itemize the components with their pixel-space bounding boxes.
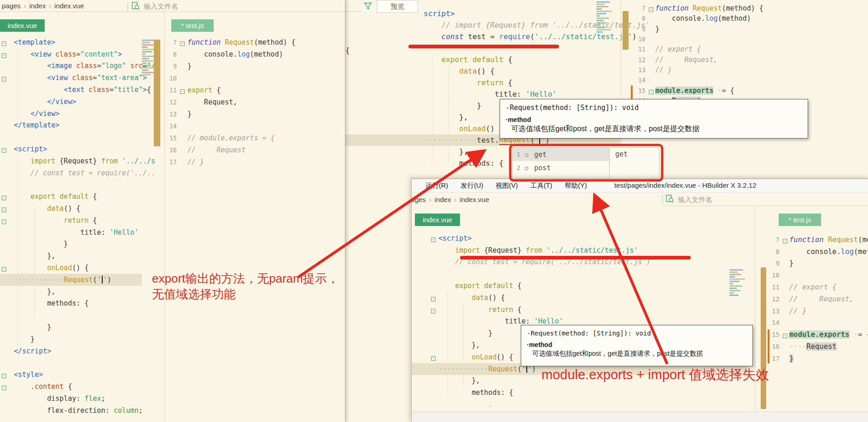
- code-line[interactable]: 9}: [635, 24, 868, 34]
- code-line[interactable]: 8 console.log(method): [635, 13, 868, 23]
- scrollbar-thumb[interactable]: [761, 267, 766, 409]
- fold-icon[interactable]: [2, 38, 14, 46]
- code-line[interactable]: <script>: [412, 232, 747, 244]
- code-line[interactable]: .: [412, 399, 747, 410]
- breadcrumb-item[interactable]: pages: [2, 2, 21, 10]
- code-line[interactable]: 17}: [769, 353, 868, 364]
- code-line[interactable]: return {: [344, 77, 620, 88]
- breadcrumb-item[interactable]: index: [435, 196, 451, 203]
- code-line[interactable]: 13}: [165, 108, 345, 120]
- fold-icon[interactable]: [2, 216, 14, 225]
- fold-icon[interactable]: [2, 50, 14, 58]
- code-line[interactable]: 15module.exports ·= {: [635, 85, 868, 95]
- code-line[interactable]: <style>: [0, 369, 142, 381]
- code-line[interactable]: 11// export {: [635, 44, 868, 54]
- breadcrumb-item[interactable]: index.vue: [54, 2, 84, 10]
- breadcrumb-item[interactable]: index: [29, 2, 46, 10]
- code-line[interactable]: onLoad() {: [0, 262, 142, 274]
- breadcrumb[interactable]: pages›index›index.vue: [2, 2, 84, 10]
- fold-icon[interactable]: [2, 192, 14, 201]
- code-line[interactable]: </template>: [0, 120, 142, 132]
- code-line[interactable]: },: [412, 375, 747, 387]
- code-line[interactable]: <text class="title">{: [0, 84, 142, 96]
- fold-icon[interactable]: [783, 236, 789, 244]
- code-line[interactable]: 9}: [769, 258, 868, 270]
- code-line[interactable]: [0, 357, 142, 369]
- code-line[interactable]: 10: [165, 72, 345, 84]
- fold-icon[interactable]: [180, 38, 187, 46]
- fold-icon[interactable]: [2, 145, 14, 153]
- code-line[interactable]: [0, 131, 142, 143]
- code-line[interactable]: 8 console.log(method): [165, 48, 345, 60]
- fold-icon[interactable]: [2, 204, 14, 213]
- code-line[interactable]: 13// }: [769, 305, 868, 317]
- breadcrumb-item[interactable]: pages: [411, 196, 426, 203]
- fold-icon[interactable]: [2, 74, 14, 82]
- code-line[interactable]: 10: [635, 34, 868, 44]
- code-line[interactable]: 11export {: [165, 84, 345, 96]
- code-line[interactable]: 7function Request(method) {: [769, 234, 868, 246]
- code-line[interactable]: }: [0, 333, 142, 345]
- code-line[interactable]: import {Request} from '../../s: [0, 155, 142, 167]
- code-line[interactable]: 14: [769, 317, 868, 329]
- search-input[interactable]: 输入文件名: [678, 196, 712, 204]
- code-line[interactable]: 7function Request(method) {: [165, 36, 345, 48]
- code-line[interactable]: 9}: [165, 60, 345, 72]
- code-line[interactable]: 12// Request,: [769, 293, 868, 305]
- code-line[interactable]: // const test = require('../..: [0, 167, 142, 179]
- code-line[interactable]: }: [0, 321, 142, 333]
- code-line[interactable]: 12// Request,: [635, 54, 868, 64]
- tab-test-js[interactable]: * test.js: [779, 214, 821, 226]
- code-line[interactable]: [412, 268, 747, 280]
- code-line[interactable]: data() {: [412, 292, 747, 304]
- menu-publish[interactable]: 发行(U): [460, 181, 483, 190]
- code-line[interactable]: .content {: [0, 381, 142, 393]
- code-line[interactable]: <view class="content">: [0, 48, 142, 60]
- code-editor-index-vue[interactable]: <script> import {Request} from '../../st…: [412, 232, 747, 410]
- fold-icon[interactable]: [431, 353, 438, 361]
- code-line[interactable]: 8 console.log(method): [769, 246, 868, 258]
- code-line[interactable]: },: [0, 250, 142, 262]
- breadcrumb[interactable]: pages›index›index.vue: [411, 196, 489, 203]
- code-line[interactable]: 14: [165, 120, 345, 132]
- code-line[interactable]: <view class="text-area">: [0, 72, 142, 84]
- fold-icon[interactable]: [431, 234, 438, 243]
- code-line[interactable]: export default {: [344, 54, 620, 65]
- code-line[interactable]: title: 'Hello': [344, 88, 620, 100]
- fold-icon[interactable]: [431, 294, 438, 302]
- code-line[interactable]: 17// }: [165, 156, 345, 168]
- code-line[interactable]: [344, 42, 620, 54]
- fold-icon[interactable]: [649, 4, 655, 12]
- tab-test-js[interactable]: * test.js: [171, 19, 214, 32]
- code-line[interactable]: data() {: [0, 202, 142, 214]
- code-line[interactable]: 14: [635, 75, 868, 85]
- code-line[interactable]: <script>: [0, 143, 142, 155]
- breadcrumb-item[interactable]: index.vue: [460, 196, 489, 203]
- code-line[interactable]: script>: [344, 8, 620, 19]
- code-line[interactable]: data() {: [344, 65, 620, 77]
- code-editor-index-vue[interactable]: <template> <view class="content"> <image…: [0, 36, 142, 416]
- code-line[interactable]: [0, 179, 142, 191]
- code-line[interactable]: ············Request(''): [0, 274, 142, 286]
- menu-tools[interactable]: 工具(T): [530, 181, 553, 190]
- menu-help[interactable]: 帮助(Y): [565, 181, 587, 190]
- fold-icon[interactable]: [2, 382, 14, 391]
- scrollbar-thumb[interactable]: [623, 11, 629, 50]
- code-line[interactable]: methods: {: [0, 298, 142, 310]
- minimap[interactable]: [596, 1, 619, 31]
- tab-index-vue[interactable]: index.vue: [415, 214, 460, 226]
- fold-icon[interactable]: [2, 264, 14, 272]
- code-line[interactable]: methods: {: [412, 387, 747, 399]
- code-line[interactable]: import {Request} from '../../static/test…: [412, 244, 747, 256]
- minimap[interactable]: [729, 269, 748, 322]
- fold-icon[interactable]: [2, 370, 14, 379]
- code-line[interactable]: flex-direction: column;: [0, 405, 142, 416]
- value-option-post[interactable]: 2 ○ post: [513, 161, 609, 174]
- code-line[interactable]: </view>: [0, 108, 142, 120]
- code-editor-test-js[interactable]: 7function Request(method) {8 console.log…: [769, 234, 868, 364]
- code-editor-test-js[interactable]: 7function Request(method) {8 console.log…: [165, 36, 345, 168]
- fold-icon[interactable]: [180, 86, 187, 94]
- fold-icon[interactable]: [649, 87, 655, 95]
- code-line[interactable]: },: [0, 286, 142, 298]
- scrollbar-thumb[interactable]: [154, 40, 160, 146]
